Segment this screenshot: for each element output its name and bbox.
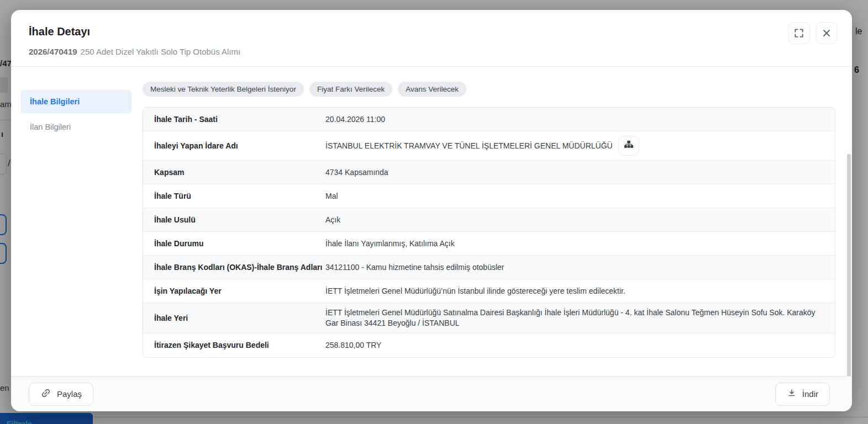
header-actions xyxy=(788,22,838,44)
table-row: Kapsam 4734 Kapsamında xyxy=(143,161,835,184)
tender-detail-modal: İhale Detayı 2026/470419250 Adet Dizel Y… xyxy=(11,10,852,411)
link-icon xyxy=(40,388,51,400)
share-button[interactable]: Paylaş xyxy=(29,383,93,406)
org-chart-icon xyxy=(624,140,634,152)
table-row: İhale Tarih - Saati 20.04.2026 11:00 xyxy=(143,108,835,131)
table-row: İhale Türü Mal xyxy=(143,184,835,208)
row-value: Açık xyxy=(325,215,340,225)
modal-header: İhale Detayı 2026/470419250 Adet Dizel Y… xyxy=(11,10,852,67)
detail-sidebar: İhale Bilgileri İlan Bilgileri xyxy=(21,90,131,376)
table-row: İhale Yeri İETT İşletmeleri Genel Müdürl… xyxy=(143,303,835,333)
row-label: İtirazen Şikayet Başvuru Bedeli xyxy=(143,341,325,349)
row-label: İhale Usulü xyxy=(143,215,325,224)
row-label: İhale Durumu xyxy=(143,239,325,248)
row-value: İETT İşletmeleri Genel Müdürlüğü’nün İst… xyxy=(325,286,625,296)
table-row: İşin Yapılacağı Yer İETT İşletmeleri Gen… xyxy=(143,279,835,303)
modal-footer: Paylaş İndir xyxy=(11,376,852,411)
status-chips: Mesleki ve Teknik Yeterlik Belgeleri İst… xyxy=(143,82,842,97)
content-scrollbar[interactable] xyxy=(847,154,851,411)
fullscreen-button[interactable] xyxy=(788,22,810,44)
table-row: İhale Branş Kodları (OKAS)-İhale Branş A… xyxy=(143,256,835,279)
row-value: 4734 Kapsamında xyxy=(325,167,388,178)
chip-price-difference: Fiyat Farkı Verilecek xyxy=(309,82,392,97)
detail-main: Mesleki ve Teknik Yeterlik Belgeleri İst… xyxy=(143,82,842,376)
close-button[interactable] xyxy=(816,22,838,44)
row-value: Mal xyxy=(325,191,338,202)
modal-content: İhale Bilgileri İlan Bilgileri Mesleki v… xyxy=(11,67,852,376)
row-value: İETT İşletmeleri Genel Müdürlüğü Satınal… xyxy=(325,308,824,328)
row-value: İhale İlanı Yayımlanmış, Katılıma Açık xyxy=(325,239,455,249)
row-label: İhale Tarih - Saati xyxy=(143,115,325,124)
table-row: İhale Durumu İhale İlanı Yayımlanmış, Ka… xyxy=(143,232,835,256)
table-row: İtirazen Şikayet Başvuru Bedeli 258.810,… xyxy=(143,333,835,357)
org-chart-button[interactable] xyxy=(618,136,639,156)
chip-qualification-docs: Mesleki ve Teknik Yeterlik Belgeleri İst… xyxy=(143,82,304,97)
row-label: İhale Türü xyxy=(143,192,325,200)
modal-subtitle: 2026/470419250 Adet Dizel Yakıtlı Solo T… xyxy=(29,47,834,56)
download-button[interactable]: İndir xyxy=(775,383,830,406)
row-value: 20.04.2026 11:00 xyxy=(325,114,385,125)
row-value: 34121100 - Kamu hizmetine tahsis edilmiş… xyxy=(325,262,504,273)
table-row: İhale Usulü Açık xyxy=(143,208,835,232)
row-label: İhale Branş Kodları (OKAS)-İhale Branş A… xyxy=(143,263,325,272)
row-label: İşin Yapılacağı Yer xyxy=(143,287,325,295)
table-row: İhaleyi Yapan İdare Adı İSTANBUL ELEKTRİ… xyxy=(143,131,835,161)
modal-title: İhale Detayı xyxy=(29,25,834,38)
download-button-label: İndir xyxy=(802,389,818,399)
row-label: Kapsam xyxy=(143,168,325,177)
share-button-label: Paylaş xyxy=(57,389,82,399)
tender-name: 250 Adet Dizel Yakıtlı Solo Tip Otobüs A… xyxy=(81,47,241,56)
tab-ihale-bilgileri[interactable]: İhale Bilgileri xyxy=(21,90,131,113)
close-icon xyxy=(821,28,832,39)
fullscreen-icon xyxy=(793,28,804,39)
detail-table: İhale Tarih - Saati 20.04.2026 11:00 İha… xyxy=(143,107,835,358)
download-icon xyxy=(787,388,797,400)
tab-ilan-bilgileri[interactable]: İlan Bilgileri xyxy=(21,115,131,139)
row-value: 258.810,00 TRY xyxy=(325,340,381,351)
row-label: İhale Yeri xyxy=(143,314,325,322)
row-label: İhaleyi Yapan İdare Adı xyxy=(143,141,325,150)
row-value: İSTANBUL ELEKTRİK TRAMVAY VE TÜNEL İŞLET… xyxy=(325,141,613,151)
chip-advance: Avans Verilecek xyxy=(398,82,466,97)
tender-number: 2026/470419 xyxy=(29,47,77,56)
